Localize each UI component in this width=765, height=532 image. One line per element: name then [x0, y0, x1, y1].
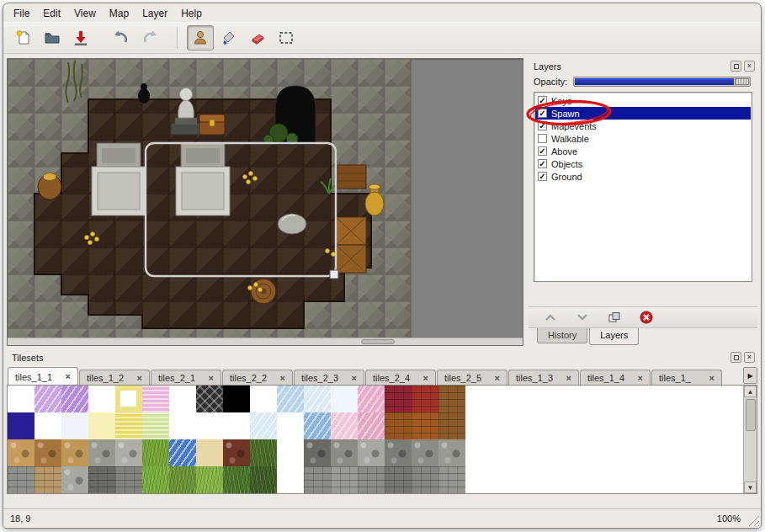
tile-0-16[interactable]	[438, 386, 465, 412]
tile-0-15[interactable]	[412, 386, 438, 412]
tile-3-8[interactable]	[223, 466, 250, 493]
tile-1-6[interactable]	[169, 412, 196, 439]
menu-file[interactable]: File	[7, 6, 36, 21]
tab-scroll-right-icon[interactable]: ▶	[743, 367, 757, 384]
tile-0-14[interactable]	[385, 386, 412, 412]
float-panel-icon[interactable]	[730, 61, 741, 72]
tile-1-12[interactable]	[331, 412, 358, 439]
tile-3-9[interactable]	[250, 466, 277, 493]
tile-1-3[interactable]	[88, 412, 115, 439]
tile-1-8[interactable]	[223, 412, 250, 439]
opacity-slider-handle[interactable]	[735, 78, 749, 85]
tileset-tab-tiles_1_4[interactable]: tiles_1_4×	[580, 370, 651, 385]
tile-0-12[interactable]	[331, 386, 358, 412]
close-panel-icon[interactable]: ×	[744, 61, 755, 72]
tileset-tab-tiles_2_1[interactable]: tiles_2_1×	[151, 370, 221, 385]
tile-3-14[interactable]	[385, 466, 412, 493]
layer-checkbox[interactable]: ✓	[538, 146, 547, 156]
tileset-tab-tiles_1_[interactable]: tiles_1_×	[651, 370, 722, 385]
map-horizontal-scrollbar[interactable]	[8, 338, 523, 345]
tile-2-8[interactable]	[223, 439, 250, 466]
tile-0-6[interactable]	[169, 386, 196, 412]
layer-row-keys[interactable]: ✓Keys	[535, 94, 751, 107]
layer-checkbox[interactable]	[538, 134, 547, 143]
tile-2-9[interactable]	[250, 439, 277, 466]
layer-checkbox[interactable]: ✓	[538, 121, 547, 130]
tile-1-2[interactable]	[61, 412, 88, 439]
scroll-down-icon[interactable]: ▼	[744, 481, 757, 493]
tile-3-12[interactable]	[331, 466, 358, 493]
tile-0-0[interactable]	[8, 386, 35, 412]
close-icon[interactable]: ×	[495, 374, 500, 383]
tile-1-4[interactable]	[115, 412, 142, 439]
close-icon[interactable]: ×	[709, 374, 715, 383]
close-icon[interactable]: ×	[66, 372, 71, 381]
close-icon[interactable]: ×	[352, 374, 357, 383]
tile-0-8[interactable]	[223, 386, 250, 412]
open-button[interactable]	[39, 25, 66, 51]
selection-resize-handle[interactable]	[330, 270, 338, 279]
tile-0-11[interactable]	[304, 386, 331, 412]
layer-checkbox[interactable]: ✓	[538, 159, 547, 168]
layer-list[interactable]: ✓Keys✓Spawn✓MapeventsWalkable✓Above✓Obje…	[534, 92, 752, 282]
map-image[interactable]	[8, 59, 412, 339]
select-button[interactable]	[273, 25, 300, 51]
tile-1-11[interactable]	[304, 412, 331, 439]
tileset-tab-tiles_2_5[interactable]: tiles_2_5×	[437, 370, 507, 385]
tile-0-3[interactable]	[88, 386, 115, 412]
tile-1-1[interactable]	[35, 412, 61, 439]
undo-button[interactable]	[108, 25, 135, 51]
fill-button[interactable]	[215, 25, 242, 51]
close-icon[interactable]: ×	[638, 374, 643, 383]
tile-0-5[interactable]	[142, 386, 169, 412]
layer-row-ground[interactable]: ✓Ground	[535, 170, 751, 183]
tile-1-16[interactable]	[438, 412, 465, 439]
tileset-tab-tiles_1_2[interactable]: tiles_1_2×	[79, 370, 150, 385]
duplicate-layer-button[interactable]	[604, 309, 624, 326]
layer-row-mapevents[interactable]: ✓Mapevents	[535, 120, 751, 132]
tile-2-5[interactable]	[142, 439, 169, 466]
tile-2-14[interactable]	[385, 439, 412, 466]
tileset-tab-tiles_2_4[interactable]: tiles_2_4×	[365, 370, 436, 385]
tile-3-1[interactable]	[35, 466, 61, 493]
tile-2-4[interactable]	[115, 439, 142, 466]
tile-3-5[interactable]	[142, 466, 169, 493]
tile-3-15[interactable]	[412, 466, 438, 493]
eraser-button[interactable]	[244, 25, 271, 51]
tile-1-14[interactable]	[385, 412, 412, 439]
scroll-up-icon[interactable]: ▲	[744, 386, 757, 397]
tile-2-6[interactable]	[169, 439, 196, 466]
raise-layer-button[interactable]	[540, 309, 560, 326]
layer-row-spawn[interactable]: ✓Spawn	[535, 107, 751, 120]
tile-3-6[interactable]	[169, 466, 196, 493]
close-icon[interactable]: ×	[423, 374, 428, 383]
tab-layers[interactable]: Layers	[589, 328, 639, 345]
tile-1-15[interactable]	[412, 412, 438, 439]
tile-0-2[interactable]	[61, 386, 88, 412]
delete-layer-button[interactable]	[636, 309, 656, 326]
tile-3-11[interactable]	[304, 466, 331, 493]
close-panel-icon[interactable]: ×	[744, 352, 755, 363]
tab-history[interactable]: History	[537, 328, 587, 343]
menu-view[interactable]: View	[67, 6, 103, 21]
tile-3-4[interactable]	[115, 466, 142, 493]
tile-0-9[interactable]	[250, 386, 277, 412]
menu-edit[interactable]: Edit	[36, 6, 67, 21]
layer-checkbox[interactable]: ✓	[538, 96, 547, 105]
float-panel-icon[interactable]	[730, 352, 741, 363]
tile-1-13[interactable]	[358, 412, 385, 439]
tile-0-1[interactable]	[35, 386, 61, 412]
tile-2-0[interactable]	[8, 439, 35, 466]
tile-2-12[interactable]	[331, 439, 358, 466]
tile-2-7[interactable]	[196, 439, 223, 466]
tile-3-10[interactable]	[277, 466, 304, 493]
tile-2-11[interactable]	[304, 439, 331, 466]
close-icon[interactable]: ×	[280, 374, 285, 383]
tileset-tab-tiles_1_1[interactable]: tiles_1_1×	[8, 367, 78, 385]
tile-3-16[interactable]	[438, 466, 465, 493]
tile-0-7[interactable]	[196, 386, 223, 412]
tile-3-13[interactable]	[358, 466, 385, 493]
layer-row-walkable[interactable]: Walkable	[535, 132, 751, 145]
tile-0-13[interactable]	[358, 386, 385, 412]
close-icon[interactable]: ×	[566, 374, 571, 383]
